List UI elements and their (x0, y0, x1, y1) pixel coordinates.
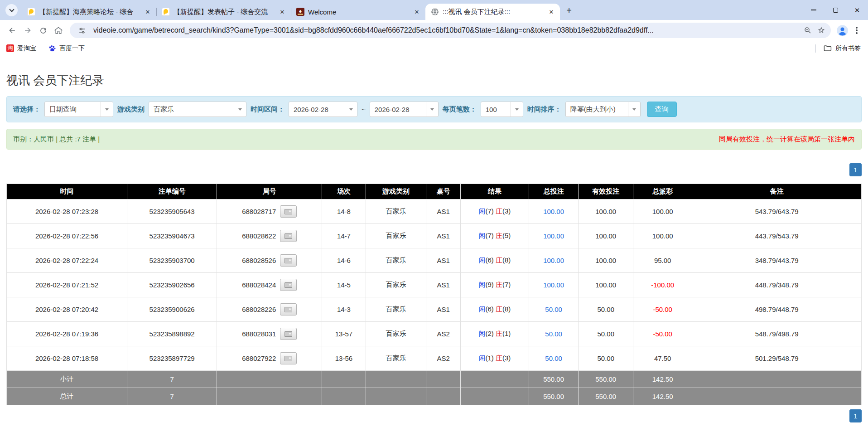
cell-time: 2026-02-28 07:19:36 (7, 322, 127, 346)
per-page-label: 每页笔数： (443, 105, 477, 114)
all-bookmarks-label: 所有书签 (835, 44, 861, 53)
tab-close-button[interactable]: ✕ (547, 8, 555, 16)
all-bookmarks-button[interactable]: 所有书签 (823, 44, 861, 53)
card-image-icon (285, 307, 292, 312)
cell-time: 2026-02-28 07:18:58 (7, 346, 127, 371)
bookmarks-right: 所有书签 (815, 44, 861, 53)
column-header: 总投注 (529, 184, 578, 199)
cell-note: 498.79/448.79 (692, 297, 862, 322)
cell-bet-id: 523235904673 (127, 224, 217, 248)
cell-payout: -100.00 (633, 273, 692, 297)
zoom-level-icon[interactable] (801, 24, 815, 37)
browser-tab[interactable]: :::视讯 会员下注纪录:::✕ (425, 4, 560, 20)
table-row: 2026-02-28 07:18:58523235897729688027922… (7, 346, 862, 371)
round-snapshot-button[interactable] (280, 205, 297, 218)
total-bet-link[interactable]: 100.00 (543, 257, 564, 264)
footer-cell: 总计 (7, 388, 127, 405)
cell-total-bet: 100.00 (529, 273, 578, 297)
taobao-icon: 淘 (6, 44, 14, 52)
range-separator: ~ (362, 106, 366, 113)
baidu-paw-icon (48, 44, 56, 53)
dropdown-arrow-icon[interactable] (101, 102, 113, 116)
address-bar[interactable]: videoie.com/game/betrecord_search/kind3?… (70, 23, 831, 38)
bet-records-table: 时间注单编号局号场次游戏类别桌号结果总投注有效投注总派彩备注 2026-02-2… (6, 184, 862, 405)
total-bet-link[interactable]: 50.00 (545, 306, 562, 313)
footer-cell (217, 371, 322, 388)
browser-tab[interactable]: 【新提醒】发表帖子 - 综合交流✕ (156, 4, 291, 20)
footer-cell: 142.50 (633, 371, 692, 388)
close-window-button[interactable]: ✕ (846, 0, 868, 20)
total-bet-link[interactable]: 100.00 (543, 208, 564, 215)
cell-bet-id: 523235898892 (127, 322, 217, 346)
cell-note: 548.79/498.79 (692, 322, 862, 346)
dropdown-arrow-icon[interactable] (628, 102, 640, 116)
dropdown-arrow-icon[interactable] (234, 102, 246, 116)
footer-cell: 550.00 (579, 388, 633, 405)
cell-result: 闲(7) 庄(3) (460, 199, 529, 224)
total-bet-link[interactable]: 50.00 (545, 330, 562, 338)
forward-button[interactable] (20, 23, 35, 38)
date-to-select[interactable]: 2026-02-28 (370, 102, 439, 117)
search-button[interactable]: 查询 (647, 102, 677, 117)
total-bet-link[interactable]: 100.00 (543, 281, 564, 289)
avatar-icon (836, 24, 849, 37)
dropdown-arrow-icon[interactable] (345, 102, 357, 116)
new-tab-button[interactable]: + (563, 4, 575, 17)
dropdown-arrow-icon[interactable] (426, 102, 438, 116)
cell-round: 688028717 (217, 199, 322, 224)
game-type-select[interactable]: 百家乐 (149, 102, 246, 117)
tab-bar: 【新提醒】海燕策略论坛 - 综合✕【新提醒】发表帖子 - 综合交流✕♠Welco… (0, 0, 868, 20)
page-1-button[interactable]: 1 (849, 163, 862, 176)
pagination-bottom: 1 (6, 409, 862, 422)
cell-game-type: 百家乐 (366, 273, 426, 297)
per-page-select[interactable]: 100 (481, 102, 523, 117)
round-snapshot-button[interactable] (280, 352, 297, 364)
profile-avatar[interactable] (834, 23, 850, 38)
back-button[interactable] (5, 23, 20, 38)
round-snapshot-button[interactable] (280, 230, 297, 242)
table-row: 2026-02-28 07:20:42523235900626688028226… (7, 297, 862, 322)
cell-session: 14-3 (322, 297, 366, 322)
bookmark-star-icon[interactable] (815, 24, 828, 37)
tab-close-button[interactable]: ✕ (144, 8, 152, 16)
subtotal-row: 小计7550.00550.00142.50 (7, 371, 862, 388)
tab-search-button[interactable] (5, 4, 18, 16)
tab-close-button[interactable]: ✕ (278, 8, 286, 16)
minimize-button[interactable] (803, 0, 825, 20)
browser-tab[interactable]: ♠Welcome✕ (291, 4, 425, 20)
total-bet-link[interactable]: 100.00 (543, 232, 564, 240)
pagination-top: 1 (6, 163, 862, 176)
cell-round: 688028226 (217, 297, 322, 322)
site-settings-tune-icon[interactable] (75, 24, 89, 37)
date-from-select[interactable]: 2026-02-28 (289, 102, 357, 117)
round-snapshot-button[interactable] (280, 303, 297, 316)
url-text[interactable]: videoie.com/game/betrecord_search/kind3?… (93, 26, 796, 34)
minimize-icon (811, 10, 816, 10)
time-sort-select[interactable]: 降幂(由大到小) (565, 102, 641, 117)
cell-table-no: AS1 (426, 199, 460, 224)
bookmark-aitaobao[interactable]: 淘 爱淘宝 (6, 44, 36, 53)
tab-close-button[interactable]: ✕ (413, 8, 421, 16)
maximize-button[interactable] (825, 0, 846, 20)
cell-valid-bet: 100.00 (579, 199, 633, 224)
browser-toolbar: videoie.com/game/betrecord_search/kind3?… (0, 20, 868, 41)
query-type-select[interactable]: 日期查询 (44, 102, 113, 117)
footer-cell: 550.00 (529, 388, 578, 405)
footer-cell (426, 371, 460, 388)
home-button[interactable] (51, 23, 66, 38)
page-title: 视讯 会员下注纪录 (6, 73, 862, 88)
bookmark-baidu[interactable]: 百度一下 (48, 44, 85, 53)
column-header: 局号 (217, 184, 322, 199)
footer-cell (366, 371, 426, 388)
total-bet-link[interactable]: 50.00 (545, 354, 562, 362)
browser-menu-button[interactable] (850, 23, 863, 38)
page-1-button[interactable]: 1 (849, 409, 862, 422)
round-snapshot-button[interactable] (280, 279, 297, 291)
round-snapshot-button[interactable] (280, 254, 297, 267)
browser-tab[interactable]: 【新提醒】海燕策略论坛 - 综合✕ (22, 4, 156, 20)
dropdown-arrow-icon[interactable] (511, 102, 523, 116)
round-snapshot-button[interactable] (280, 328, 297, 340)
reload-button[interactable] (35, 23, 51, 38)
cell-payout: -50.00 (633, 297, 692, 322)
cell-total-bet: 100.00 (529, 224, 578, 248)
